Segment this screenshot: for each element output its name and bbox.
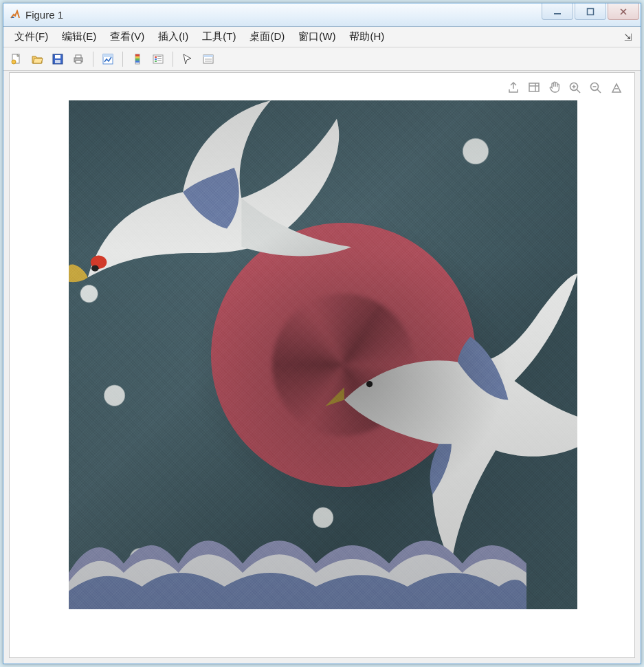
close-button[interactable] xyxy=(608,3,639,20)
svg-rect-21 xyxy=(157,56,162,57)
menu-edit[interactable]: 编辑(E) xyxy=(55,28,103,46)
svg-rect-16 xyxy=(135,61,140,63)
insert-colorbar-button[interactable] xyxy=(129,50,146,68)
minimize-button[interactable] xyxy=(542,3,573,20)
edit-plot-button[interactable] xyxy=(179,50,197,68)
print-button[interactable] xyxy=(69,50,87,68)
toolbar-separator xyxy=(173,52,173,67)
svg-rect-5 xyxy=(55,55,60,58)
displayed-image[interactable] xyxy=(69,100,577,609)
titlebar[interactable]: Figure 1 xyxy=(3,3,641,27)
figure-canvas-area xyxy=(9,72,635,658)
save-button[interactable] xyxy=(49,50,67,68)
figure-window: Figure 1 文件(F) 编辑(E) 查看(V) 插入(I) 工具(T) 桌… xyxy=(3,3,641,664)
menubar: 文件(F) 编辑(E) 查看(V) 插入(I) 工具(T) 桌面(D) 窗口(W… xyxy=(3,27,641,47)
new-figure-button[interactable] xyxy=(8,50,25,68)
svg-rect-18 xyxy=(155,56,157,58)
svg-rect-11 xyxy=(103,54,113,57)
brush-icon[interactable] xyxy=(526,80,542,95)
svg-rect-22 xyxy=(157,58,162,59)
svg-rect-13 xyxy=(135,54,140,56)
svg-rect-25 xyxy=(203,55,213,57)
svg-rect-20 xyxy=(155,61,157,62)
window-controls xyxy=(540,3,639,26)
menu-window[interactable]: 窗口(W) xyxy=(291,28,342,46)
toolbar-separator xyxy=(93,52,93,67)
knit-texture-overlay xyxy=(69,100,577,609)
matlab-icon xyxy=(9,9,21,21)
svg-line-36 xyxy=(597,89,601,93)
svg-rect-19 xyxy=(155,58,157,60)
svg-rect-0 xyxy=(554,13,561,14)
open-file-button[interactable] xyxy=(28,50,46,68)
svg-rect-14 xyxy=(135,56,140,58)
svg-rect-9 xyxy=(76,61,81,63)
toolbar xyxy=(3,47,641,71)
svg-rect-28 xyxy=(529,83,539,91)
menu-help[interactable]: 帮助(H) xyxy=(342,28,391,46)
menu-insert[interactable]: 插入(I) xyxy=(151,28,195,46)
open-property-inspector-button[interactable] xyxy=(199,50,217,68)
svg-point-3 xyxy=(12,60,16,64)
link-plot-button[interactable] xyxy=(99,50,117,68)
svg-rect-8 xyxy=(76,55,81,58)
toolbar-separator xyxy=(122,52,123,67)
dock-arrow-icon[interactable]: ⇲ xyxy=(624,32,636,43)
zoom-in-icon[interactable] xyxy=(567,80,584,95)
zoom-out-icon[interactable] xyxy=(588,80,604,95)
menu-file[interactable]: 文件(F) xyxy=(8,28,55,46)
export-icon[interactable] xyxy=(505,80,522,95)
axes-toolbar xyxy=(505,80,625,95)
window-title: Figure 1 xyxy=(25,9,63,21)
insert-legend-button[interactable] xyxy=(149,50,167,68)
svg-rect-15 xyxy=(135,58,140,61)
menu-desktop[interactable]: 桌面(D) xyxy=(243,28,291,46)
pan-icon[interactable] xyxy=(546,80,563,95)
restore-view-icon[interactable] xyxy=(608,80,625,95)
menu-view[interactable]: 查看(V) xyxy=(103,28,151,46)
svg-line-32 xyxy=(577,89,580,93)
svg-rect-23 xyxy=(157,61,162,61)
svg-rect-1 xyxy=(588,8,594,14)
svg-rect-6 xyxy=(55,60,60,63)
maximize-button[interactable] xyxy=(575,3,606,20)
menu-tools[interactable]: 工具(T) xyxy=(195,28,243,46)
